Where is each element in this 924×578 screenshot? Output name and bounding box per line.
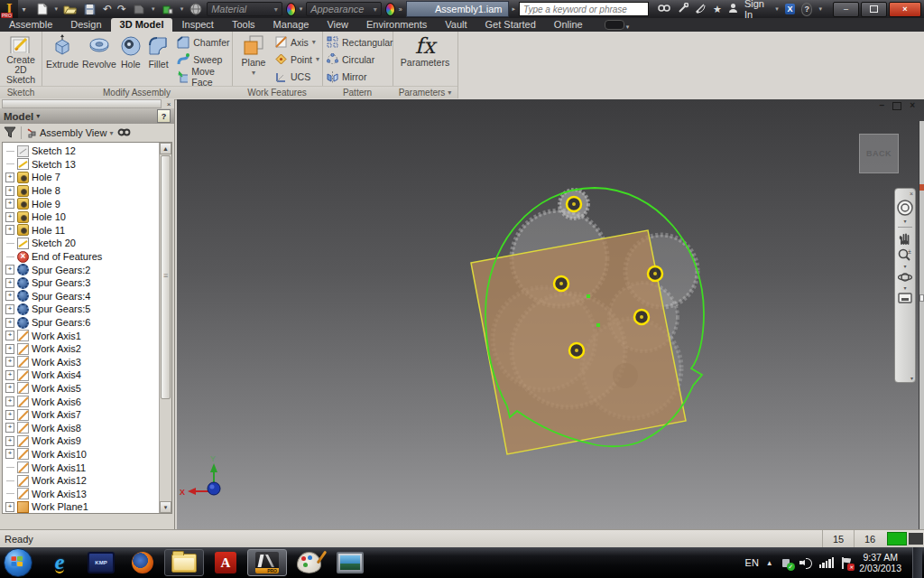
tree-item[interactable]: +Work Axis9 — [3, 434, 160, 448]
tree-expander-icon[interactable]: + — [5, 331, 14, 340]
navbar-menu-caret-icon[interactable]: ▾ — [910, 375, 913, 381]
circular-pattern-button[interactable]: Circular — [327, 51, 393, 67]
tab-assemble[interactable]: Assemble — [0, 18, 61, 32]
tree-item[interactable]: +Spur Gears:4 — [3, 290, 160, 303]
taskbar-internet-explorer[interactable]: e — [40, 549, 79, 576]
language-indicator[interactable]: EN — [745, 557, 759, 568]
work-point-button[interactable]: Point ▾ — [275, 51, 319, 67]
tree-item[interactable]: +Work Axis6 — [3, 395, 160, 408]
tree-item[interactable]: +Work Plane1 — [3, 500, 160, 514]
tree-item[interactable]: +Work Axis2 — [3, 342, 160, 356]
tree-expander-icon[interactable]: + — [5, 396, 14, 406]
plane-button[interactable]: Plane ▾ — [237, 32, 270, 85]
tree-item[interactable]: +Work Axis1 — [3, 329, 160, 342]
tab-design[interactable]: Design — [61, 18, 110, 32]
tree-item[interactable]: +Work Axis7 — [3, 408, 160, 422]
redo-button[interactable]: ↷ — [117, 4, 126, 14]
tree-expander-icon[interactable]: + — [5, 410, 14, 420]
tree-item[interactable]: +Spur Gears:2 — [3, 263, 160, 276]
appearance-browser-icon[interactable] — [385, 3, 395, 16]
tab-inspect[interactable]: Inspect — [172, 18, 222, 32]
print-caret-icon[interactable]: ▾ — [152, 5, 155, 13]
rectangular-pattern-button[interactable]: Rectangular — [327, 34, 393, 50]
tree-item[interactable]: +Hole 8 — [3, 184, 160, 198]
assembly-view-selector[interactable]: Assembly View ▾ — [26, 127, 113, 138]
sign-in-caret-icon[interactable]: ▾ — [775, 5, 779, 13]
usb-device-icon[interactable]: ✓ — [781, 557, 792, 569]
tab-view[interactable]: View — [318, 18, 357, 32]
taskbar-clock[interactable]: 9:37 AM 2/03/2013 — [859, 552, 905, 573]
tab-environments[interactable]: Environments — [357, 18, 436, 32]
tree-item[interactable]: +Spur Gears:3 — [3, 276, 160, 290]
help-icon[interactable]: ? — [801, 3, 812, 16]
look-at-icon[interactable] — [898, 293, 912, 303]
tree-item[interactable]: +Hole 10 — [3, 210, 160, 224]
tab-get-started[interactable]: Get Started — [476, 18, 545, 32]
tree-expander-icon[interactable]: + — [5, 291, 14, 301]
close-button[interactable]: × — [889, 2, 921, 17]
appearance-dropdown[interactable]: Appearance ▾ — [306, 2, 382, 16]
minimize-button[interactable]: – — [833, 2, 859, 17]
taskbar-paint[interactable] — [289, 549, 328, 576]
new-file-button[interactable] — [34, 2, 49, 16]
tree-expander-icon[interactable]: + — [5, 357, 14, 367]
tree-item[interactable]: +Hole 11 — [3, 224, 160, 238]
parameters-button[interactable]: fx Parameters — [401, 32, 449, 85]
tree-expander-icon[interactable]: + — [5, 278, 14, 288]
ucs-button[interactable]: UCS — [275, 70, 319, 85]
tree-item[interactable]: +Work Axis10 — [3, 448, 160, 461]
sign-in-button[interactable]: Sign In — [744, 0, 769, 20]
qat-overflow-icon[interactable]: » — [399, 6, 402, 13]
restore-button[interactable] — [861, 2, 887, 17]
tree-scroll-down-icon[interactable]: ▾ — [160, 501, 171, 513]
browser-help-icon[interactable]: ? — [157, 109, 171, 123]
tab-3d-model[interactable]: 3D Model — [111, 18, 173, 32]
favorites-star-icon[interactable]: ★ — [713, 4, 722, 15]
update-caret-icon[interactable]: ▾ — [180, 5, 184, 13]
tree-item[interactable]: Work Axis13 — [3, 487, 160, 500]
tree-expander-icon[interactable]: + — [5, 383, 14, 393]
fillet-button[interactable]: Fillet — [145, 32, 172, 85]
tree-scrollbar[interactable]: ▲ ▾ — [159, 143, 171, 513]
wheel-caret-icon[interactable]: ▾ — [903, 219, 906, 224]
tray-expand-icon[interactable]: ▲ — [766, 559, 773, 567]
ribbon-appearance-toggle[interactable] — [605, 20, 624, 30]
tab-online[interactable]: Online — [545, 18, 592, 32]
tab-manage[interactable]: Manage — [264, 18, 319, 32]
tree-expander-icon[interactable]: + — [5, 436, 14, 446]
save-button[interactable] — [83, 2, 97, 16]
tree-item[interactable]: +Work Axis3 — [3, 356, 160, 369]
browser-horizontal-scrollbar[interactable] — [2, 99, 162, 108]
tree-item[interactable]: Sketch 13 — [3, 158, 160, 172]
panel-label-sketch[interactable]: Sketch — [0, 86, 42, 98]
tree-item[interactable]: End of Features — [3, 250, 160, 264]
panel-label-work-features[interactable]: Work Features — [232, 86, 322, 98]
action-center-flag-icon[interactable]: × — [841, 557, 852, 569]
undo-button[interactable]: ↶ — [103, 4, 112, 14]
tree-expander-icon[interactable]: + — [5, 304, 14, 314]
taskbar-adobe-reader[interactable]: A — [206, 549, 245, 576]
tree-expander-icon[interactable]: + — [5, 265, 14, 275]
extrude-button[interactable]: Extrude — [44, 32, 80, 85]
work-axis-button[interactable]: Axis ▾ — [275, 34, 319, 50]
start-button[interactable] — [4, 548, 32, 577]
network-signal-icon[interactable] — [819, 557, 835, 568]
hole-button[interactable]: Hole — [118, 32, 143, 85]
filter-funnel-icon[interactable] — [4, 126, 16, 140]
tree-expander-icon[interactable]: + — [5, 172, 14, 182]
pan-hand-icon[interactable] — [899, 232, 911, 245]
zoom-icon[interactable]: ± — [898, 248, 912, 262]
tree-item[interactable]: +Work Axis4 — [3, 368, 160, 382]
tree-item[interactable]: Work Axis11 — [3, 461, 160, 474]
communication-center-icon[interactable] — [695, 3, 707, 15]
steering-wheel-icon[interactable] — [896, 199, 914, 217]
ribbon-toggle-caret-icon[interactable]: ▾ — [626, 23, 630, 31]
tree-scroll-up-icon[interactable]: ▲ — [160, 143, 171, 154]
volume-icon[interactable] — [799, 557, 812, 568]
tree-scrollbar-thumb[interactable] — [161, 155, 171, 399]
panel-label-parameters[interactable]: Parameters ▾ — [393, 86, 457, 98]
taskbar-kmplayer[interactable]: KMP — [81, 549, 121, 576]
app-menu-button[interactable]: I PRO — [0, 0, 18, 18]
taskbar-inventor[interactable]: PRO — [247, 549, 287, 576]
open-file-button[interactable] — [63, 2, 78, 16]
